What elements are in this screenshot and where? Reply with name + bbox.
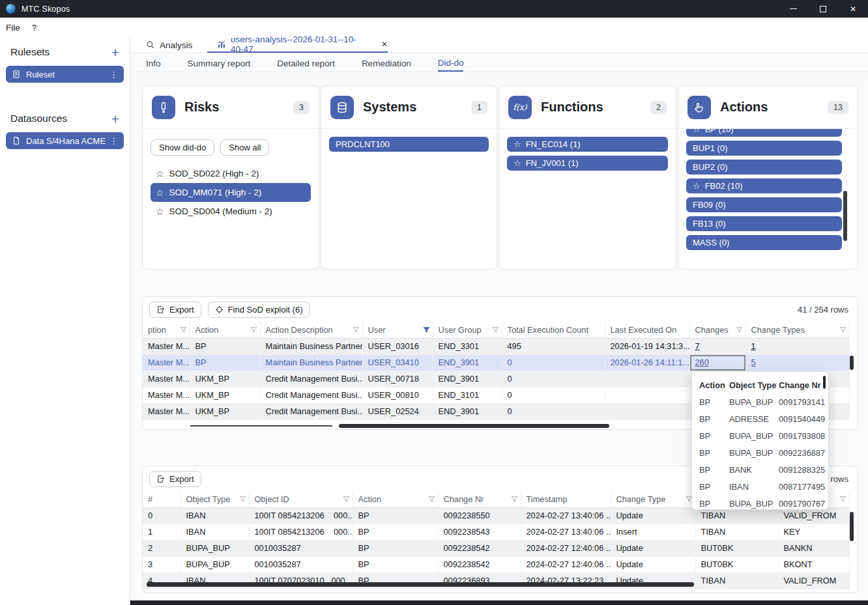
table-cell[interactable]: Insert <box>611 524 695 540</box>
table-cell[interactable]: IBAN <box>181 507 249 524</box>
function-item[interactable]: ☆ FN_EC014 (1) <box>507 137 668 152</box>
table-cell[interactable]: UKM_BP <box>190 387 260 403</box>
action-item[interactable]: FB09 (0) <box>686 197 842 212</box>
table-cell[interactable]: TIBAN <box>695 524 778 540</box>
tab-close-icon[interactable]: ✕ <box>381 40 388 49</box>
popup-cell[interactable]: BP <box>699 410 729 427</box>
table-cell[interactable]: 0092238542 <box>438 540 521 556</box>
star-icon[interactable]: ☆ <box>693 181 701 191</box>
sidebar-item-ruleset[interactable]: Ruleset ⋮ <box>6 66 124 83</box>
table-row[interactable]: 1 IBAN 100IT 0854213206 000... BP 009223… <box>143 524 849 540</box>
popup-cell[interactable]: BUPA_BUP <box>729 393 779 410</box>
column-header[interactable]: Object ID <box>249 492 353 507</box>
column-header[interactable]: ption <box>143 322 190 338</box>
table-cell[interactable]: 2 <box>143 540 181 556</box>
table-cell[interactable]: BKONT <box>778 556 849 572</box>
table-row-selected[interactable]: Master M... BP Maintain Business Partner… <box>143 354 849 371</box>
table-cell[interactable]: BP <box>353 556 438 572</box>
table-cell[interactable]: 100IT 0854213206 000... <box>249 507 353 524</box>
action-item[interactable]: FB13 (0) <box>686 216 842 231</box>
change-types-link[interactable]: 5 <box>751 358 756 367</box>
action-item[interactable]: MASS (0) <box>686 235 842 250</box>
subtab-summary-report[interactable]: Summary report <box>188 55 251 72</box>
add-datasource-button[interactable]: + <box>111 112 119 126</box>
risk-item-selected[interactable]: ☆ SOD_MM071 (High - 2) <box>151 183 311 202</box>
subtab-did-do[interactable]: Did-do <box>438 55 464 72</box>
table-cell[interactable]: Master M... <box>143 403 190 419</box>
table-cell[interactable]: Maintain Business Partner <box>260 338 362 354</box>
star-icon[interactable]: ☆ <box>514 158 521 168</box>
table-cell[interactable]: 0010035287 <box>249 540 353 556</box>
popup-cell[interactable]: BUPA_BUP <box>729 444 779 461</box>
sidebar-item-datasource[interactable]: Data S/4Hana ACME ⋮ <box>6 132 124 149</box>
filter-icon-active[interactable] <box>422 326 431 334</box>
table-cell[interactable]: USER_02524 <box>362 403 433 419</box>
menu-file[interactable]: File <box>0 23 26 33</box>
column-header[interactable]: User <box>362 322 433 338</box>
popup-cell[interactable]: BUPA_BUP <box>729 427 779 444</box>
show-did-do-button[interactable]: Show did-do <box>151 139 214 156</box>
vertical-scrollbar[interactable] <box>850 356 854 370</box>
table-cell[interactable]: 2024-02-27 13:40:06 ... <box>521 507 611 524</box>
export-button[interactable]: Export <box>149 302 201 318</box>
actions-scrollbar[interactable] <box>843 191 847 241</box>
star-icon[interactable]: ☆ <box>693 129 701 134</box>
action-item[interactable]: ☆ BP (10) <box>686 129 842 137</box>
table-cell[interactable]: 0 <box>502 403 605 419</box>
column-header[interactable]: Change Type <box>611 492 695 507</box>
star-icon[interactable]: ☆ <box>514 139 521 149</box>
table-cell[interactable]: 5 <box>745 354 849 371</box>
popup-cell[interactable]: BP <box>699 495 729 510</box>
table-cell[interactable]: Master M... <box>143 371 190 387</box>
table-cell[interactable]: USER_03410 <box>362 354 433 371</box>
table-cell[interactable]: BP <box>353 540 438 556</box>
popup-cell[interactable]: BUPA_BUP <box>729 495 779 510</box>
popup-cell[interactable]: 0092236887 <box>779 444 828 461</box>
table-cell[interactable]: BUT0BK <box>695 540 778 556</box>
function-item[interactable]: ☆ FN_JV001 (1) <box>507 156 668 171</box>
changes-link[interactable]: 260 <box>695 358 709 367</box>
risk-item[interactable]: ☆ SOD_SD004 (Medium - 2) <box>151 202 311 221</box>
table-cell[interactable]: Credit Management Busi... <box>260 387 362 403</box>
table-cell[interactable]: 1 <box>745 338 849 354</box>
popup-cell[interactable]: 0091793808 <box>779 427 828 444</box>
table-cell[interactable] <box>605 371 689 387</box>
popup-cell[interactable]: 0091288325 <box>779 461 828 478</box>
table-cell[interactable]: 0 <box>143 507 181 524</box>
table-cell[interactable]: BP <box>353 507 438 524</box>
change-types-link[interactable]: 1 <box>751 341 756 351</box>
table-cell[interactable]: 0 <box>502 371 605 387</box>
table-cell[interactable]: Credit Management Busi... <box>260 371 362 387</box>
horizontal-scrollbar[interactable] <box>147 582 694 587</box>
table-cell[interactable]: VALID_FROM <box>778 572 849 589</box>
table-cell[interactable]: 0092238543 <box>438 524 521 540</box>
popup-cell[interactable]: BP <box>699 427 729 444</box>
popup-cell[interactable]: BP <box>699 444 729 461</box>
table-cell[interactable]: 1 <box>143 524 181 540</box>
table-cell[interactable]: Maintain Business Partner <box>260 354 362 371</box>
filter-icon[interactable] <box>735 326 744 334</box>
table-cell[interactable]: END_3301 <box>433 338 502 354</box>
table-cell[interactable]: 2024-02-27 12:40:06 ... <box>521 556 611 572</box>
tab-report-active[interactable]: users-analysis--2026-01-31--10-40-47 ✕ <box>207 37 388 53</box>
popup-cell[interactable]: 0091790767 <box>779 495 828 510</box>
table-cell[interactable] <box>605 387 689 403</box>
table-cell[interactable]: 2026-01-19 14:31:3... <box>605 338 689 354</box>
horizontal-scrollbar[interactable] <box>339 424 609 428</box>
table-cell[interactable]: Credit Management Busi... <box>260 403 362 419</box>
table-cell-focused[interactable]: 260 <box>689 354 745 371</box>
popup-cell[interactable]: BP <box>699 393 729 410</box>
table-cell[interactable]: UKM_BP <box>190 403 260 419</box>
find-sod-exploit-button[interactable]: Find SoD exploit (6) <box>208 302 310 318</box>
table-cell[interactable]: BP <box>190 354 260 371</box>
menu-help[interactable]: ? <box>26 23 43 33</box>
column-header[interactable]: Action Description <box>260 322 362 338</box>
maximize-button[interactable] <box>808 0 838 18</box>
popup-cell[interactable]: 0091793141 <box>779 393 828 410</box>
table-cell[interactable]: 2026-01-26 14:11:1... <box>605 354 689 371</box>
subtab-detailed-report[interactable]: Detailed report <box>277 55 335 72</box>
table-cell[interactable]: BUPA_BUP <box>181 540 249 556</box>
tab-analysis[interactable]: Analysis <box>146 37 192 53</box>
system-item[interactable]: PRDCLNT100 <box>329 137 489 152</box>
column-header[interactable]: Action <box>353 492 438 507</box>
